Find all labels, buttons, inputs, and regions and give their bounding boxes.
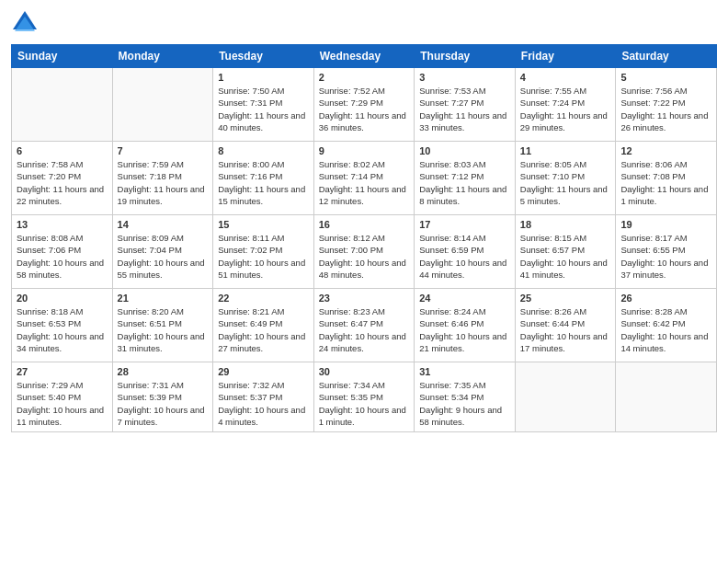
day-cell: 24Sunrise: 8:24 AM Sunset: 6:46 PM Dayli… — [415, 289, 516, 362]
day-info: Sunrise: 8:26 AM Sunset: 6:44 PM Dayligh… — [520, 305, 611, 354]
day-cell — [515, 362, 616, 432]
day-number: 17 — [419, 219, 510, 230]
day-number: 1 — [218, 72, 309, 83]
day-info: Sunrise: 7:52 AM Sunset: 7:29 PM Dayligh… — [319, 85, 410, 133]
week-row-2: 13Sunrise: 8:08 AM Sunset: 7:06 PM Dayli… — [12, 215, 717, 289]
week-row-3: 20Sunrise: 8:18 AM Sunset: 6:53 PM Dayli… — [12, 289, 717, 362]
day-cell: 5Sunrise: 7:56 AM Sunset: 7:22 PM Daylig… — [616, 68, 717, 142]
day-number: 27 — [17, 366, 108, 377]
day-cell: 21Sunrise: 8:20 AM Sunset: 6:51 PM Dayli… — [112, 289, 213, 362]
week-row-1: 6Sunrise: 7:58 AM Sunset: 7:20 PM Daylig… — [12, 142, 717, 215]
day-info: Sunrise: 8:05 AM Sunset: 7:10 PM Dayligh… — [520, 158, 611, 207]
logo-icon — [11, 9, 39, 37]
header — [11, 9, 717, 37]
week-row-4: 27Sunrise: 7:29 AM Sunset: 5:40 PM Dayli… — [12, 362, 717, 432]
day-cell: 23Sunrise: 8:23 AM Sunset: 6:47 PM Dayli… — [313, 289, 415, 362]
day-number: 9 — [319, 145, 410, 156]
day-number: 14 — [118, 219, 209, 230]
day-cell: 18Sunrise: 8:15 AM Sunset: 6:57 PM Dayli… — [515, 215, 616, 289]
day-info: Sunrise: 7:29 AM Sunset: 5:40 PM Dayligh… — [17, 379, 108, 428]
day-cell: 17Sunrise: 8:14 AM Sunset: 6:59 PM Dayli… — [415, 215, 516, 289]
weekday-header-thursday: Thursday — [415, 45, 516, 68]
day-cell: 13Sunrise: 8:08 AM Sunset: 7:06 PM Dayli… — [12, 215, 113, 289]
weekday-header-saturday: Saturday — [616, 45, 717, 68]
day-info: Sunrise: 8:08 AM Sunset: 7:06 PM Dayligh… — [17, 232, 108, 281]
day-number: 7 — [118, 145, 209, 156]
day-info: Sunrise: 7:34 AM Sunset: 5:35 PM Dayligh… — [319, 379, 410, 428]
day-info: Sunrise: 7:53 AM Sunset: 7:27 PM Dayligh… — [419, 85, 510, 133]
day-info: Sunrise: 8:17 AM Sunset: 6:55 PM Dayligh… — [620, 232, 711, 281]
weekday-header-row: SundayMondayTuesdayWednesdayThursdayFrid… — [12, 45, 717, 68]
day-number: 23 — [319, 293, 410, 304]
day-info: Sunrise: 8:09 AM Sunset: 7:04 PM Dayligh… — [118, 232, 209, 281]
day-info: Sunrise: 8:02 AM Sunset: 7:14 PM Dayligh… — [319, 158, 410, 207]
day-cell: 15Sunrise: 8:11 AM Sunset: 7:02 PM Dayli… — [213, 215, 314, 289]
day-info: Sunrise: 8:03 AM Sunset: 7:12 PM Dayligh… — [419, 158, 510, 207]
day-cell: 6Sunrise: 7:58 AM Sunset: 7:20 PM Daylig… — [12, 142, 113, 215]
day-cell: 30Sunrise: 7:34 AM Sunset: 5:35 PM Dayli… — [313, 362, 415, 432]
day-number: 24 — [419, 293, 510, 304]
day-cell — [112, 68, 213, 142]
day-cell: 14Sunrise: 8:09 AM Sunset: 7:04 PM Dayli… — [112, 215, 213, 289]
day-cell: 10Sunrise: 8:03 AM Sunset: 7:12 PM Dayli… — [415, 142, 516, 215]
day-number: 8 — [218, 145, 309, 156]
weekday-header-tuesday: Tuesday — [213, 45, 314, 68]
day-cell: 29Sunrise: 7:32 AM Sunset: 5:37 PM Dayli… — [213, 362, 314, 432]
day-cell: 16Sunrise: 8:12 AM Sunset: 7:00 PM Dayli… — [313, 215, 415, 289]
day-number: 31 — [419, 366, 510, 377]
day-info: Sunrise: 8:21 AM Sunset: 6:49 PM Dayligh… — [218, 305, 309, 354]
day-number: 22 — [218, 293, 309, 304]
weekday-header-sunday: Sunday — [12, 45, 113, 68]
day-cell: 19Sunrise: 8:17 AM Sunset: 6:55 PM Dayli… — [616, 215, 717, 289]
day-number: 15 — [218, 219, 309, 230]
day-info: Sunrise: 8:12 AM Sunset: 7:00 PM Dayligh… — [319, 232, 410, 281]
day-cell: 7Sunrise: 7:59 AM Sunset: 7:18 PM Daylig… — [112, 142, 213, 215]
day-cell: 25Sunrise: 8:26 AM Sunset: 6:44 PM Dayli… — [515, 289, 616, 362]
day-cell: 28Sunrise: 7:31 AM Sunset: 5:39 PM Dayli… — [112, 362, 213, 432]
calendar-table: SundayMondayTuesdayWednesdayThursdayFrid… — [11, 44, 717, 432]
day-cell: 27Sunrise: 7:29 AM Sunset: 5:40 PM Dayli… — [12, 362, 113, 432]
weekday-header-friday: Friday — [515, 45, 616, 68]
day-info: Sunrise: 7:55 AM Sunset: 7:24 PM Dayligh… — [520, 85, 611, 133]
day-number: 30 — [319, 366, 410, 377]
day-number: 16 — [319, 219, 410, 230]
day-cell: 31Sunrise: 7:35 AM Sunset: 5:34 PM Dayli… — [415, 362, 516, 432]
day-info: Sunrise: 7:32 AM Sunset: 5:37 PM Dayligh… — [218, 379, 309, 428]
day-number: 4 — [520, 72, 611, 83]
day-number: 19 — [620, 219, 711, 230]
day-info: Sunrise: 8:00 AM Sunset: 7:16 PM Dayligh… — [218, 158, 309, 207]
day-info: Sunrise: 8:11 AM Sunset: 7:02 PM Dayligh… — [218, 232, 309, 281]
day-info: Sunrise: 8:23 AM Sunset: 6:47 PM Dayligh… — [319, 305, 410, 354]
day-number: 29 — [218, 366, 309, 377]
day-info: Sunrise: 8:15 AM Sunset: 6:57 PM Dayligh… — [520, 232, 611, 281]
day-number: 11 — [520, 145, 611, 156]
day-number: 13 — [17, 219, 108, 230]
day-number: 6 — [17, 145, 108, 156]
day-cell: 4Sunrise: 7:55 AM Sunset: 7:24 PM Daylig… — [515, 68, 616, 142]
day-cell: 11Sunrise: 8:05 AM Sunset: 7:10 PM Dayli… — [515, 142, 616, 215]
day-info: Sunrise: 8:18 AM Sunset: 6:53 PM Dayligh… — [17, 305, 108, 354]
day-info: Sunrise: 8:24 AM Sunset: 6:46 PM Dayligh… — [419, 305, 510, 354]
day-cell: 22Sunrise: 8:21 AM Sunset: 6:49 PM Dayli… — [213, 289, 314, 362]
logo — [11, 9, 42, 37]
day-info: Sunrise: 7:31 AM Sunset: 5:39 PM Dayligh… — [118, 379, 209, 428]
day-cell: 26Sunrise: 8:28 AM Sunset: 6:42 PM Dayli… — [616, 289, 717, 362]
day-number: 12 — [620, 145, 711, 156]
day-cell: 20Sunrise: 8:18 AM Sunset: 6:53 PM Dayli… — [12, 289, 113, 362]
day-info: Sunrise: 8:20 AM Sunset: 6:51 PM Dayligh… — [118, 305, 209, 354]
day-number: 10 — [419, 145, 510, 156]
day-number: 21 — [118, 293, 209, 304]
day-number: 5 — [620, 72, 711, 83]
day-info: Sunrise: 7:59 AM Sunset: 7:18 PM Dayligh… — [118, 158, 209, 207]
day-cell: 3Sunrise: 7:53 AM Sunset: 7:27 PM Daylig… — [415, 68, 516, 142]
day-number: 2 — [319, 72, 410, 83]
day-number: 20 — [17, 293, 108, 304]
day-cell: 9Sunrise: 8:02 AM Sunset: 7:14 PM Daylig… — [313, 142, 415, 215]
day-info: Sunrise: 7:35 AM Sunset: 5:34 PM Dayligh… — [419, 379, 510, 428]
day-info: Sunrise: 7:58 AM Sunset: 7:20 PM Dayligh… — [17, 158, 108, 207]
day-cell — [12, 68, 113, 142]
weekday-header-wednesday: Wednesday — [313, 45, 415, 68]
day-cell — [616, 362, 717, 432]
day-info: Sunrise: 7:50 AM Sunset: 7:31 PM Dayligh… — [218, 85, 309, 133]
day-number: 25 — [520, 293, 611, 304]
